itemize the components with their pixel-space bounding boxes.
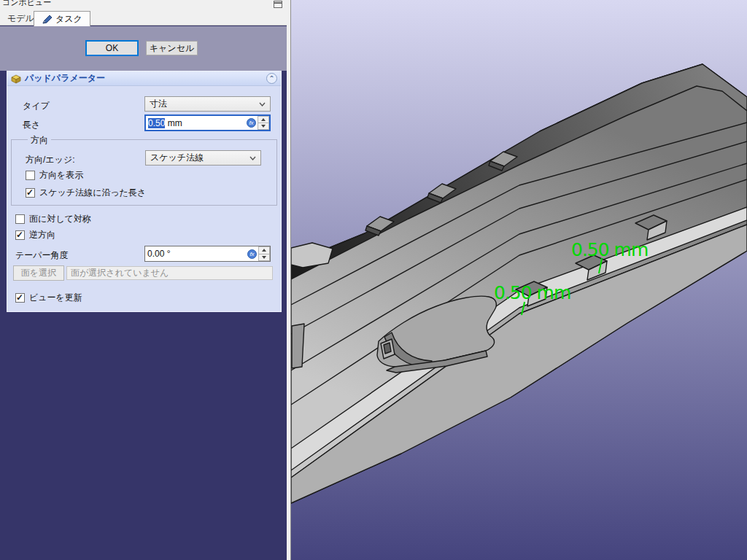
spin-up-icon[interactable] bbox=[258, 246, 270, 254]
dimension-label: 0.50 mm bbox=[571, 239, 648, 260]
panel-title: コンボビュー bbox=[2, 0, 287, 8]
update-view-label: ビューを更新 bbox=[29, 292, 82, 304]
type-value: 寸法 bbox=[150, 98, 259, 110]
combo-view-panel: コンボビュー モデル タスク OK キャンセル パッドパラメーター ⌃ bbox=[0, 0, 287, 560]
length-spin-arrows[interactable] bbox=[258, 116, 269, 130]
symmetric-row[interactable]: 面に対して対称 bbox=[15, 213, 91, 225]
float-window-icon[interactable] bbox=[274, 1, 282, 8]
length-unit: mm bbox=[165, 118, 182, 128]
spin-down-icon[interactable] bbox=[258, 123, 269, 130]
dimension-label: 0.50 mm bbox=[494, 282, 570, 303]
spin-down-icon[interactable] bbox=[258, 254, 270, 262]
expression-icon[interactable]: fx bbox=[247, 249, 257, 259]
symmetric-label: 面に対して対称 bbox=[29, 213, 91, 225]
show-direction-checkbox[interactable] bbox=[26, 171, 35, 180]
length-along-normal-checkbox[interactable] bbox=[26, 188, 35, 198]
length-value: 0.50 mm bbox=[146, 118, 247, 128]
pad-icon bbox=[10, 74, 22, 84]
symmetric-checkbox[interactable] bbox=[15, 214, 25, 224]
cancel-button[interactable]: キャンセル bbox=[146, 41, 198, 55]
pad-parameters-box: パッドパラメーター ⌃ タイプ 寸法 長さ 0.50 mm fx 方向 方向/エ… bbox=[7, 71, 282, 312]
reversed-label: 逆方向 bbox=[29, 229, 55, 241]
type-label: タイプ bbox=[23, 100, 50, 112]
chevron-down-icon bbox=[259, 102, 266, 106]
select-face-button[interactable]: 面を選択 bbox=[13, 265, 64, 281]
tab-task[interactable]: タスク bbox=[34, 11, 90, 26]
show-direction-label: 方向を表示 bbox=[39, 169, 83, 182]
length-label: 長さ bbox=[23, 119, 40, 131]
direction-edge-label: 方向/エッジ: bbox=[26, 154, 75, 166]
taper-angle-label: テーパー角度 bbox=[15, 249, 69, 262]
tab-bar: モデル タスク bbox=[0, 9, 287, 26]
length-spinbox[interactable]: 0.50 mm fx bbox=[144, 114, 271, 131]
panel-titlebar[interactable]: コンボビュー bbox=[0, 0, 287, 9]
type-combobox[interactable]: 寸法 bbox=[144, 96, 271, 112]
3d-viewport[interactable]: 0.50 mm 0.50 mm bbox=[291, 0, 747, 560]
taper-angle-spinbox[interactable]: 0.00 ° fx bbox=[144, 246, 271, 262]
update-view-checkbox[interactable] bbox=[15, 293, 25, 303]
reversed-checkbox[interactable] bbox=[15, 230, 25, 240]
direction-value: スケッチ法線 bbox=[150, 152, 249, 164]
selected-face-field: 面が選択されていません bbox=[66, 266, 273, 280]
expression-icon[interactable]: fx bbox=[247, 118, 256, 128]
taper-angle-value: 0.00 ° bbox=[145, 249, 247, 259]
reversed-row[interactable]: 逆方向 bbox=[15, 229, 55, 241]
spin-up-icon[interactable] bbox=[258, 116, 269, 123]
chevron-up-icon[interactable]: ⌃ bbox=[266, 73, 277, 84]
direction-combobox[interactable]: スケッチ法線 bbox=[145, 150, 261, 166]
tab-model-label: モデル bbox=[7, 12, 34, 25]
length-along-normal-label: スケッチ法線に沿った長さ bbox=[39, 187, 146, 199]
show-direction-row[interactable]: 方向を表示 bbox=[26, 169, 83, 182]
length-value-selected: 0.50 bbox=[148, 118, 165, 128]
pad-parameters-header[interactable]: パッドパラメーター ⌃ bbox=[7, 71, 281, 86]
length-along-normal-row[interactable]: スケッチ法線に沿った長さ bbox=[26, 187, 146, 199]
pencil-icon bbox=[42, 14, 53, 25]
rail-end-cap bbox=[291, 243, 333, 268]
pocket-feature bbox=[292, 324, 304, 368]
pad-parameters-title: パッドパラメーター bbox=[25, 72, 105, 85]
dialog-button-band: OK キャンセル bbox=[0, 26, 287, 71]
direction-group-title: 方向 bbox=[28, 134, 51, 147]
tab-task-label: タスク bbox=[55, 13, 82, 26]
chevron-down-icon bbox=[249, 156, 256, 160]
ok-button[interactable]: OK bbox=[85, 40, 139, 56]
update-view-row[interactable]: ビューを更新 bbox=[15, 292, 82, 304]
direction-group: 方向 方向/エッジ: スケッチ法線 方向を表示 スケッチ法線に沿った長さ bbox=[11, 139, 277, 206]
taper-spin-arrows[interactable] bbox=[258, 246, 270, 261]
